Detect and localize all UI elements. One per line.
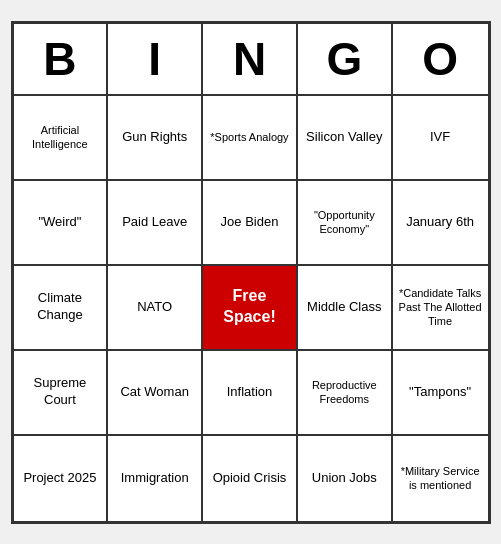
bingo-cell-1: Gun Rights xyxy=(108,96,203,181)
bingo-cell-22: Opioid Crisis xyxy=(203,436,298,521)
bingo-cell-0: Artificial Intelligence xyxy=(14,96,109,181)
bingo-cell-4: IVF xyxy=(393,96,488,181)
bingo-cell-8: "Opportunity Economy" xyxy=(298,181,393,266)
bingo-cell-15: Supreme Court xyxy=(14,351,109,436)
bingo-cell-14: *Candidate Talks Past The Allotted Time xyxy=(393,266,488,351)
bingo-cell-6: Paid Leave xyxy=(108,181,203,266)
bingo-letter-N: N xyxy=(203,24,298,96)
bingo-cell-2: *Sports Analogy xyxy=(203,96,298,181)
bingo-letter-O: O xyxy=(393,24,488,96)
bingo-cell-16: Cat Woman xyxy=(108,351,203,436)
bingo-cell-20: Project 2025 xyxy=(14,436,109,521)
bingo-letter-I: I xyxy=(108,24,203,96)
bingo-cell-9: January 6th xyxy=(393,181,488,266)
bingo-letter-B: B xyxy=(14,24,109,96)
bingo-cell-10: Climate Change xyxy=(14,266,109,351)
bingo-cell-11: NATO xyxy=(108,266,203,351)
bingo-cell-19: "Tampons" xyxy=(393,351,488,436)
bingo-cell-18: Reproductive Freedoms xyxy=(298,351,393,436)
bingo-cell-17: Inflation xyxy=(203,351,298,436)
bingo-cell-24: *Military Service is mentioned xyxy=(393,436,488,521)
bingo-cell-13: Middle Class xyxy=(298,266,393,351)
bingo-cell-5: "Weird" xyxy=(14,181,109,266)
bingo-cell-7: Joe Biden xyxy=(203,181,298,266)
bingo-card: BINGO Artificial IntelligenceGun Rights*… xyxy=(11,21,491,524)
bingo-cell-3: Silicon Valley xyxy=(298,96,393,181)
bingo-header: BINGO xyxy=(14,24,488,96)
bingo-letter-G: G xyxy=(298,24,393,96)
bingo-cell-21: Immigration xyxy=(108,436,203,521)
bingo-grid: Artificial IntelligenceGun Rights*Sports… xyxy=(14,96,488,521)
bingo-cell-23: Union Jobs xyxy=(298,436,393,521)
free-space-cell: Free Space! xyxy=(203,266,298,351)
